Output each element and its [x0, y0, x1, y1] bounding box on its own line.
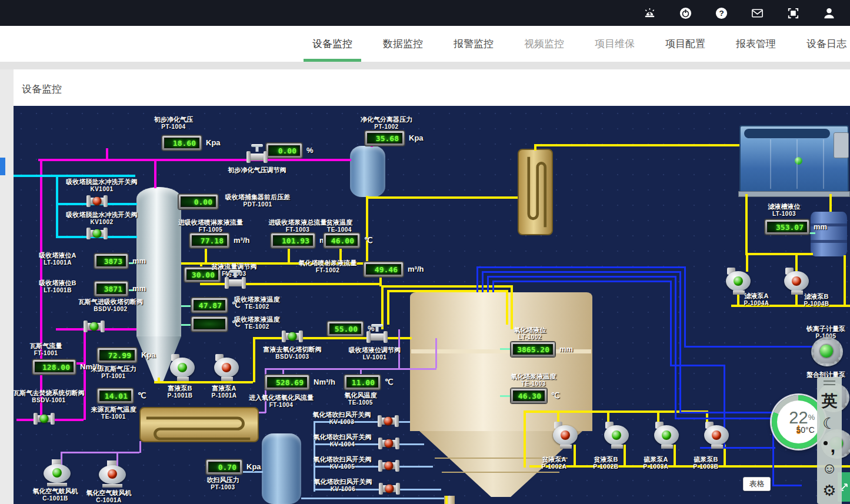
drag-handle-icon[interactable] [824, 380, 835, 385]
device-label: 铁离子计量泵 [806, 325, 845, 333]
lcd-display: 101.93 [273, 235, 313, 246]
device-label: 富液泵A [212, 384, 236, 393]
device-tag: LT-1003 [772, 211, 796, 217]
filtrate-tank-drum [811, 212, 847, 256]
pump-P-1002A[interactable] [549, 422, 581, 449]
pump-P-1003A[interactable] [651, 422, 682, 449]
tab-3[interactable]: 报警监控 [454, 26, 494, 62]
gauge-unit: Kpa [246, 462, 261, 471]
dark-mode-moon-icon[interactable]: ☾ [819, 412, 840, 435]
tab-8[interactable]: 设备日志 [806, 26, 846, 62]
pipe [158, 378, 160, 382]
device-label: 氧化塔浆液温度 [511, 372, 556, 381]
device-tag: KV-1003 [329, 419, 354, 425]
gauge-PDT-1001: 0.00 [178, 194, 218, 209]
device-label: 瓦斯气去焚烧系统切断阀 [14, 389, 85, 398]
blower-C-1001B[interactable] [42, 459, 72, 486]
device-tag: PT-1002 [374, 124, 398, 130]
gauge-FT-1005: 77.18 [189, 233, 229, 248]
tab-2[interactable]: 数据监控 [383, 26, 423, 62]
nav-divider [0, 62, 850, 69]
device-label: 富液去氧化塔切断阀 [264, 345, 322, 354]
device-tag: BSDV-1003 [275, 353, 309, 360]
device-label: 吸收塔液位A [39, 251, 76, 260]
valve-KV1001[interactable] [86, 195, 108, 207]
gauge-TE-1001: 14.01 [97, 388, 134, 403]
pipe [675, 276, 676, 419]
device-tag: PT-1004 [161, 124, 185, 130]
lcd-display: 528.69 [267, 377, 307, 388]
device-tag: P-1003B [694, 463, 719, 470]
pipe [511, 285, 513, 329]
settings-gear-icon[interactable]: ⚙ [819, 479, 840, 502]
pipe [445, 496, 448, 504]
device-tag: FT-1001 [34, 350, 58, 356]
gauge-LV55: 55.00 [327, 321, 364, 336]
valve-BSDV-1003[interactable] [282, 331, 303, 342]
gauge-unit: ℃ [364, 236, 373, 245]
valve-BSDV-1001[interactable] [34, 413, 55, 425]
pipe [154, 159, 156, 188]
tab-1[interactable]: 设备监控 [312, 26, 352, 62]
metering-pump-P-1005[interactable] [811, 337, 845, 369]
gauge-PT-1002: 35.68 [365, 131, 405, 146]
annotate-pen-icon[interactable]: , [819, 435, 840, 457]
floating-toolbar: 英☾,☺⚙ [817, 377, 842, 504]
pump-P-1004B[interactable] [781, 268, 812, 295]
pump-P-1003B[interactable] [701, 422, 732, 449]
feedback-smiley-icon[interactable]: ☺ [819, 457, 840, 479]
device-tag: P-1002A [542, 463, 567, 470]
horizontal-heat-exchanger [139, 407, 259, 442]
pump-P-1002B[interactable] [601, 422, 632, 449]
device-label: 吸收塔脱盐水冲洗开关阀 [66, 211, 138, 219]
page-title: 设备监控 [22, 82, 62, 96]
pipe [381, 285, 384, 329]
lcd-display: 3873 [96, 256, 126, 266]
lcd-display [194, 319, 225, 329]
pipe [482, 271, 679, 273]
device-tag: TE-1001 [101, 413, 126, 420]
pipe [387, 290, 389, 325]
pump-P-1001B[interactable] [166, 354, 198, 381]
pipe [106, 148, 108, 159]
tab-6[interactable]: 项目配置 [665, 26, 705, 62]
user-icon[interactable] [822, 6, 836, 20]
pipe [844, 255, 846, 306]
device-tag: TE-1002 [245, 323, 269, 330]
valve-LV-1001[interactable] [366, 331, 388, 343]
tab-4[interactable]: 视频监控 [524, 26, 564, 62]
blower-C-1001A[interactable] [98, 460, 127, 488]
language-toggle-button[interactable]: 英 [819, 390, 840, 412]
pump-P-1004A[interactable] [722, 268, 754, 295]
tab-5[interactable]: 项目维保 [595, 26, 635, 62]
valve-KV1002[interactable] [86, 228, 108, 239]
mail-icon[interactable] [750, 6, 764, 20]
pipe [56, 175, 58, 237]
device-label: 吸收塔脱盐水冲洗开关阀 [66, 178, 138, 186]
pipe [772, 485, 802, 486]
valve-CV-TOP[interactable] [246, 151, 268, 163]
pipe [61, 452, 139, 453]
pipe [366, 196, 368, 263]
table-button[interactable]: 表格 [743, 477, 771, 491]
valve-KV-1004[interactable] [378, 438, 399, 449]
pipe [139, 441, 141, 453]
valve-BSDV-1002[interactable] [84, 321, 105, 332]
alarm-beacon-icon[interactable] [642, 6, 656, 20]
device-tag: KV-1004 [330, 441, 355, 448]
power-icon[interactable] [678, 6, 692, 20]
fullscreen-icon[interactable] [786, 6, 800, 20]
pump-P-1001A[interactable] [211, 354, 242, 381]
gauge-unit: ℃ [385, 378, 394, 386]
help-icon[interactable]: ? [714, 6, 728, 20]
valve-KV-1006[interactable] [379, 483, 400, 495]
gauge-inner: 22%50°C [777, 400, 820, 443]
device-label: 吹扫风压力 [207, 476, 239, 485]
tab-7[interactable]: 报表管理 [736, 26, 776, 62]
gauge-TE-1002 [191, 316, 228, 332]
lcd-display: 3865.20 [513, 344, 553, 355]
valve-KV-1003[interactable] [378, 415, 399, 427]
lcd-display: 18.60 [164, 138, 199, 148]
valve-KV-1005[interactable] [378, 460, 399, 472]
valve-FV-1003[interactable] [225, 277, 246, 289]
